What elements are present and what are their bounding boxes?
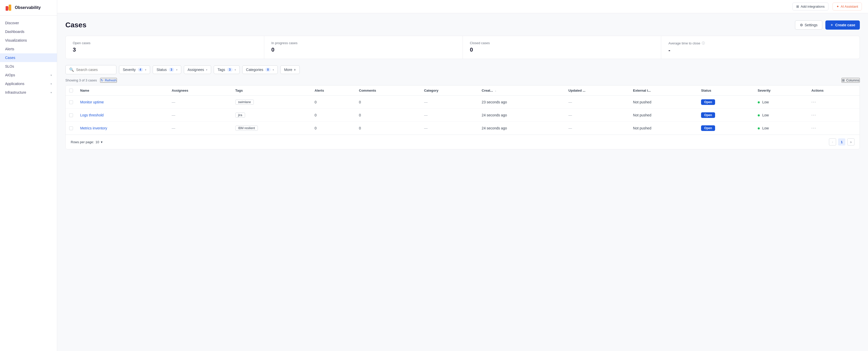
row1-case-name[interactable]: Monitor uptime <box>80 100 104 104</box>
columns-label: Columns <box>846 78 859 82</box>
sidebar-item-visualizations[interactable]: Visualizations <box>0 36 57 45</box>
row3-checkbox[interactable] <box>69 126 73 130</box>
row2-actions-cell[interactable]: ··· <box>808 109 860 122</box>
sidebar-item-applications[interactable]: Applications ▾ <box>0 79 57 88</box>
row1-created-cell: 23 seconds ago <box>478 96 565 109</box>
search-box[interactable]: 🔍 <box>65 65 116 74</box>
severity-filter-button[interactable]: Severity 4 ▾ <box>119 65 150 74</box>
select-all-checkbox[interactable] <box>69 89 73 92</box>
plus-icon: + <box>294 68 296 72</box>
col-updated-header[interactable]: Updated ... <box>565 86 629 96</box>
select-all-header[interactable] <box>66 86 76 96</box>
row3-case-name[interactable]: Metrics inventory <box>80 126 107 130</box>
tags-filter-button[interactable]: Tags 3 ▾ <box>214 65 240 74</box>
col-severity-header[interactable]: Severity <box>754 86 808 96</box>
ai-assistant-button[interactable]: ✦ AI Assistant <box>833 3 862 10</box>
row2-tag[interactable]: jira <box>236 113 245 118</box>
row1-checkbox[interactable] <box>69 100 73 104</box>
col-status-header[interactable]: Status <box>698 86 754 96</box>
col-actions-header: Actions <box>808 86 860 96</box>
sidebar-item-infrastructure[interactable]: Infrastructure ▾ <box>0 88 57 97</box>
row3-select-cell[interactable] <box>66 122 76 135</box>
chevron-down-icon: ▾ <box>235 68 236 71</box>
refresh-button[interactable]: ↻ Refresh <box>100 78 117 83</box>
row3-actions-button[interactable]: ··· <box>811 126 816 130</box>
stat-open-cases: Open cases 3 <box>66 36 264 59</box>
row2-actions-button[interactable]: ··· <box>811 113 816 117</box>
row2-checkbox[interactable] <box>69 113 73 117</box>
categories-filter-button[interactable]: Categories 0 ▾ <box>242 65 278 74</box>
row2-select-cell[interactable] <box>66 109 76 122</box>
row2-case-name[interactable]: Logs threshold <box>80 113 104 117</box>
col-tags-header[interactable]: Tags <box>232 86 311 96</box>
more-filter-button[interactable]: More + <box>280 65 300 74</box>
col-external-header[interactable]: External i... <box>629 86 698 96</box>
columns-button[interactable]: ⊞ Columns <box>841 78 860 83</box>
col-created-header[interactable]: Creat... ↓ <box>478 86 565 96</box>
sidebar-slos-label: SLOs <box>5 64 14 68</box>
sidebar-item-alerts[interactable]: Alerts <box>0 45 57 53</box>
sidebar-item-dashboards[interactable]: Dashboards <box>0 27 57 36</box>
row2-alerts: 0 <box>314 113 316 117</box>
table-row: Monitor uptime — swimlane 0 <box>66 96 860 109</box>
add-integrations-label: Add integrations <box>801 5 825 8</box>
row1-external: Not pushed <box>633 100 652 104</box>
row2-external-cell: Not pushed <box>629 109 698 122</box>
sidebar-item-cases[interactable]: Cases <box>0 53 57 62</box>
row3-created-cell: 24 seconds ago <box>478 122 565 135</box>
row2-severity-cell: Low <box>754 109 808 122</box>
row1-actions-cell[interactable]: ··· <box>808 96 860 109</box>
row1-tag[interactable]: swimlane <box>236 100 254 105</box>
settings-icon: ⚙ <box>800 23 803 27</box>
col-category-header[interactable]: Category <box>421 86 478 96</box>
cases-table-wrapper: Name Assignees Tags Alerts <box>65 85 860 149</box>
col-name-header[interactable]: Name <box>76 86 168 96</box>
row1-status-cell: Open <box>698 96 754 109</box>
brand-icon <box>5 4 12 11</box>
sidebar-applications-label: Applications <box>5 82 25 86</box>
row2-name-cell: Logs threshold <box>76 109 168 122</box>
sidebar-item-discover[interactable]: Discover <box>0 19 57 27</box>
row3-actions-cell[interactable]: ··· <box>808 122 860 135</box>
col-assignees-header[interactable]: Assignees <box>168 86 231 96</box>
row2-severity-dot <box>758 115 760 117</box>
create-case-button[interactable]: ＋ Create case <box>825 21 860 30</box>
add-integrations-button[interactable]: ⊞ Add integrations <box>793 3 829 10</box>
sidebar-infrastructure-label: Infrastructure <box>5 90 26 94</box>
search-input[interactable] <box>76 68 113 72</box>
chevron-down-icon: ▾ <box>51 91 52 94</box>
ai-icon: ✦ <box>836 5 839 8</box>
row3-severity-dot <box>758 127 760 129</box>
next-page-button[interactable]: › <box>847 138 855 146</box>
row1-alerts-cell: 0 <box>311 96 355 109</box>
row1-status-badge: Open <box>701 99 715 105</box>
assignees-label: Assignees <box>188 68 204 72</box>
refresh-icon: ↻ <box>101 78 103 82</box>
row1-actions-button[interactable]: ··· <box>811 100 816 104</box>
row1-select-cell[interactable] <box>66 96 76 109</box>
row1-severity: Low <box>762 100 769 104</box>
chevron-down-icon: ▾ <box>51 74 52 76</box>
severity-label: Severity <box>123 68 136 72</box>
sidebar-item-slos[interactable]: SLOs <box>0 62 57 71</box>
col-alerts-header[interactable]: Alerts <box>311 86 355 96</box>
rows-per-page-selector[interactable]: Rows per page: 10 ▾ <box>71 140 103 144</box>
status-filter-button[interactable]: Status 3 ▾ <box>153 65 181 74</box>
avg-time-label: Average time to close <box>669 41 700 45</box>
chevron-down-icon: ▾ <box>273 68 274 71</box>
sidebar-item-aiops[interactable]: AIOps ▾ <box>0 71 57 79</box>
rows-per-page-label: Rows per page: <box>71 140 94 144</box>
row3-status-cell: Open <box>698 122 754 135</box>
prev-page-button[interactable]: ‹ <box>829 138 836 146</box>
table-header-row: Name Assignees Tags Alerts <box>66 86 860 96</box>
row3-tag[interactable]: IBM resilient <box>236 126 258 131</box>
assignees-filter-button[interactable]: Assignees ▾ <box>184 65 211 74</box>
chevron-down-icon: ▾ <box>51 83 52 85</box>
settings-button[interactable]: ⚙ Settings <box>795 21 823 30</box>
row1-name-cell: Monitor uptime <box>76 96 168 109</box>
closed-value: 0 <box>470 46 654 53</box>
row3-category: — <box>424 126 428 130</box>
in-progress-value: 0 <box>271 46 456 53</box>
col-comments-header[interactable]: Comments <box>355 86 421 96</box>
row2-status-badge: Open <box>701 112 715 118</box>
